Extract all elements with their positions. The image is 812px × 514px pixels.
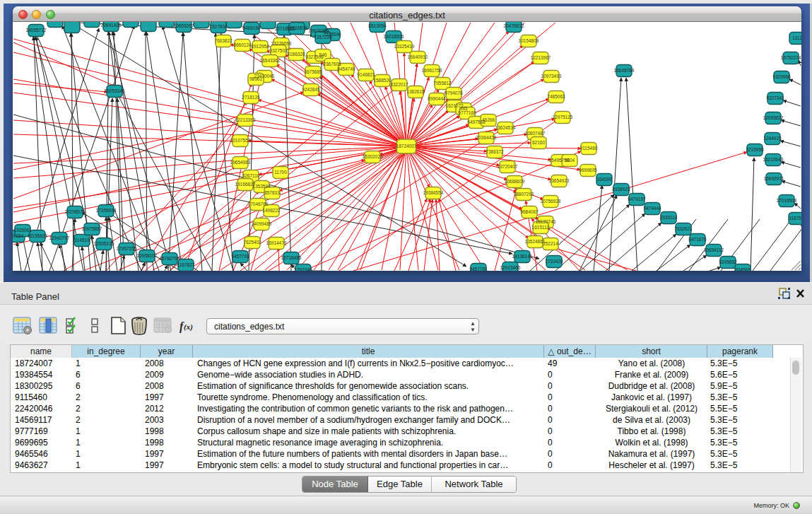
svg-text:1167827: 1167827: [177, 262, 195, 267]
svg-text:9457791: 9457791: [231, 254, 249, 259]
svg-text:46266: 46266: [482, 117, 495, 122]
svg-text:12942757: 12942757: [49, 235, 70, 240]
svg-text:19654983: 19654983: [230, 160, 251, 165]
svg-text:1527602: 1527602: [209, 24, 228, 29]
svg-text:12923466: 12923466: [500, 265, 521, 270]
svg-text:7663822: 7663822: [214, 38, 233, 43]
svg-text:9777169: 9777169: [458, 110, 476, 115]
svg-text:10654112: 10654112: [704, 247, 724, 252]
svg-text:1362615: 1362615: [406, 89, 425, 94]
svg-text:114519: 114519: [74, 238, 90, 243]
svg-text:16648784: 16648784: [614, 68, 635, 73]
svg-text:1615112: 1615112: [532, 225, 550, 230]
svg-text:12975125: 12975125: [553, 115, 573, 119]
svg-text:9457791: 9457791: [469, 267, 488, 271]
svg-text:2718126: 2718126: [242, 95, 260, 100]
svg-text:12213363: 12213363: [235, 117, 256, 122]
svg-text:9242845: 9242845: [302, 87, 320, 92]
svg-text:1112: 1112: [792, 35, 801, 40]
svg-text:9699695: 9699695: [579, 168, 597, 173]
svg-text:15716485: 15716485: [281, 255, 302, 260]
svg-text:9227341: 9227341: [766, 95, 784, 100]
svg-text:857833: 857833: [264, 190, 280, 195]
svg-text:8813054: 8813054: [368, 23, 387, 28]
svg-text:164095: 164095: [596, 177, 612, 182]
svg-text:5804: 5804: [565, 158, 575, 163]
svg-text:9115460: 9115460: [580, 146, 598, 151]
svg-text:1353594: 1353594: [252, 184, 271, 189]
svg-text:10688609: 10688609: [505, 179, 525, 184]
svg-text:14136141: 14136141: [512, 254, 533, 259]
svg-text:1733426: 1733426: [545, 259, 563, 264]
svg-text:3675685: 3675685: [304, 69, 322, 74]
svg-text:2935114: 2935114: [660, 215, 678, 220]
svg-text:3267110: 3267110: [242, 173, 260, 178]
svg-text:7632621: 7632621: [674, 226, 693, 231]
svg-text:7357224: 7357224: [314, 35, 332, 40]
svg-text:18807293: 18807293: [514, 192, 534, 197]
svg-text:62160: 62160: [532, 140, 545, 145]
svg-text:7625402: 7625402: [243, 240, 261, 245]
svg-text:1335061: 1335061: [13, 228, 32, 233]
svg-text:26053346: 26053346: [105, 88, 125, 93]
svg-text:12505135: 12505135: [94, 241, 114, 246]
svg-text:7386372: 7386372: [486, 149, 504, 154]
svg-text:1498222: 1498222: [262, 208, 281, 213]
svg-text:10154808: 10154808: [519, 38, 539, 43]
svg-text:13654923: 13654923: [549, 178, 570, 183]
svg-text:15751074: 15751074: [781, 55, 801, 60]
svg-text:14055712: 14055712: [26, 28, 47, 33]
svg-text:20476812: 20476812: [504, 23, 524, 28]
svg-text:8938923: 8938923: [612, 187, 630, 192]
svg-text:924565: 924565: [735, 267, 751, 271]
svg-text:17359934: 17359934: [96, 208, 117, 213]
svg-text:20206576: 20206576: [65, 209, 86, 214]
svg-text:9329966: 9329966: [772, 74, 791, 79]
svg-text:16543362: 16543362: [260, 58, 281, 63]
svg-text:8186328: 8186328: [287, 52, 305, 57]
svg-text:15692971: 15692971: [764, 176, 784, 181]
svg-text:39154: 39154: [13, 233, 23, 238]
svg-text:546: 546: [319, 52, 327, 57]
svg-text:8912954: 8912954: [251, 44, 269, 49]
svg-text:12213967: 12213967: [531, 55, 551, 60]
svg-text:9146821: 9146821: [357, 72, 375, 77]
svg-text:10756928: 10756928: [541, 199, 561, 204]
svg-text:8471676: 8471676: [688, 237, 707, 242]
svg-text:1244415: 1244415: [763, 136, 782, 141]
svg-text:16961758: 16961758: [422, 68, 442, 73]
svg-text:9327503: 9327503: [269, 48, 288, 53]
svg-text:20691406: 20691406: [101, 23, 122, 28]
svg-text:16640910: 16640910: [408, 54, 428, 59]
svg-text:8454749: 8454749: [337, 66, 355, 71]
svg-text:7485063: 7485063: [547, 94, 565, 99]
svg-text:116753: 116753: [789, 216, 801, 221]
svg-text:17016504: 17016504: [777, 198, 797, 203]
svg-text:18120746: 18120746: [536, 219, 556, 224]
svg-text:1588520: 1588520: [373, 78, 392, 83]
svg-text:1292346: 1292346: [294, 267, 312, 271]
svg-text:8322017: 8322017: [390, 82, 408, 87]
svg-text:13325419: 13325419: [394, 44, 415, 49]
svg-text:14099489: 14099489: [252, 221, 272, 226]
svg-text:8990444: 8990444: [428, 96, 446, 101]
svg-text:11700: 11700: [274, 170, 287, 175]
svg-text:98961: 98961: [249, 76, 262, 81]
svg-text:13226058: 13226058: [271, 41, 292, 46]
svg-text:7955812: 7955812: [433, 81, 452, 86]
svg-text:15302023: 15302023: [363, 154, 383, 159]
svg-text:10958107: 10958107: [137, 253, 158, 258]
svg-text:(x): (x): [184, 322, 193, 332]
svg-text:9794078: 9794078: [445, 90, 463, 95]
svg-text:6466160: 6466160: [242, 25, 261, 30]
svg-text:17046766: 17046766: [248, 201, 269, 206]
svg-text:16210643: 16210643: [763, 157, 784, 162]
svg-text:16782759: 16782759: [160, 256, 180, 261]
svg-text:252214: 252214: [543, 241, 558, 246]
svg-text:16914479: 16914479: [266, 240, 287, 245]
svg-text:3215958: 3215958: [746, 147, 764, 152]
svg-text:10107553: 10107553: [230, 138, 251, 143]
svg-text:12093822: 12093822: [763, 115, 784, 120]
svg-text:10807487: 10807487: [525, 131, 546, 136]
svg-text:19218506: 19218506: [384, 34, 404, 39]
